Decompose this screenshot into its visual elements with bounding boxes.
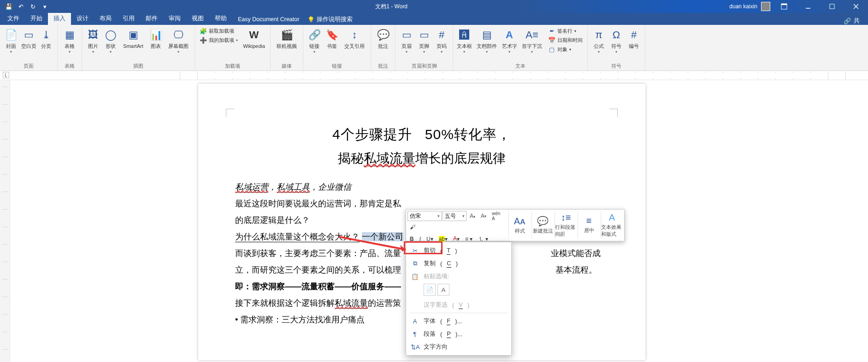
table-button[interactable]: ▦表格 <box>60 26 79 54</box>
ctx-cut[interactable]: ✂ 剪切 (T) <box>406 244 511 257</box>
blank-page-button[interactable]: ▭空白页 <box>20 26 37 49</box>
save-button[interactable]: 💾 <box>4 1 14 12</box>
smartart-button[interactable]: ▣SmartArt <box>120 26 147 49</box>
redo-button[interactable]: ↻ <box>28 1 38 12</box>
heading-1[interactable]: 4个步骤提升 50%转化率， <box>235 125 608 144</box>
group-symbols-label: 符号 <box>590 63 642 70</box>
ribbon-display-options[interactable] <box>774 0 794 13</box>
object-button[interactable]: ▢对象 ▾ <box>546 45 585 53</box>
shapes-button[interactable]: ◯形状 <box>102 26 119 54</box>
tab-mailings[interactable]: 邮件 <box>140 13 163 25</box>
tab-layout[interactable]: 布局 <box>94 13 117 25</box>
tab-home[interactable]: 开始 <box>25 13 48 25</box>
group-hf-label: 页眉和页脚 <box>398 63 450 70</box>
tell-me[interactable]: 💡 操作说明搜索 <box>305 14 355 25</box>
group-header-footer: ▭页眉 ▭页脚 #页码 页眉和页脚 <box>396 25 453 70</box>
close-button[interactable] <box>846 0 866 13</box>
get-addins-button[interactable]: 🧩获取加载项 <box>198 27 240 35</box>
grow-font-button[interactable]: A▴ <box>467 211 478 221</box>
ctx-font[interactable]: A 字体 (F)... <box>406 315 511 327</box>
paintbrush-icon: 🖌 <box>410 224 415 230</box>
size-combo[interactable]: 五号 <box>443 211 466 221</box>
equation-button[interactable]: π公式 <box>590 26 607 54</box>
ribbon: 📄封面 ▭空白页 ⤓分页 页面 ▦表格 表格 🖼图片 ◯形状 ▣SmartArt… <box>0 25 868 71</box>
tab-selector[interactable]: L <box>3 72 9 78</box>
vertical-ruler[interactable] <box>0 80 10 362</box>
signature-button[interactable]: ✒签名行 ▾ <box>546 27 585 35</box>
textbox-button[interactable]: 🅰文本框 <box>456 26 472 54</box>
horizontal-ruler[interactable]: L <box>0 71 868 80</box>
number-button[interactable]: #编号 <box>626 26 642 49</box>
window-title: 文档1 - Word <box>53 3 729 11</box>
user-name[interactable]: duan kaixin <box>729 3 757 10</box>
comment-button[interactable]: 💬批注 <box>374 26 392 49</box>
chart-icon: 📊 <box>148 28 163 42</box>
group-tables: ▦表格 表格 <box>58 25 82 70</box>
group-comments: 💬批注 批注 <box>371 25 396 70</box>
tab-file[interactable]: 文件 <box>2 13 25 25</box>
center-button[interactable]: ≡居中 <box>578 211 600 239</box>
tab-help[interactable]: 帮助 <box>209 13 232 25</box>
new-comment-button[interactable]: 💬新建批注 <box>531 211 554 239</box>
ribbon-tab-strip: 文件 开始 插入 设计 布局 引用 邮件 审阅 视图 帮助 Easy Docum… <box>0 13 868 25</box>
paste-text-only[interactable]: A <box>437 284 449 296</box>
dropcap-button[interactable]: A≡首字下沉 <box>519 26 545 54</box>
maximize-button[interactable] <box>822 0 842 13</box>
tags-line[interactable]: 私域运营，私域工具，企业微信 <box>235 179 608 195</box>
page-break-button[interactable]: ⤓分页 <box>38 26 54 49</box>
avatar[interactable] <box>761 2 770 11</box>
header-button[interactable]: ▭页眉 <box>398 26 415 54</box>
share-label[interactable]: 共 <box>854 17 860 25</box>
ctx-paragraph[interactable]: ¶ 段落 (P)... <box>406 327 511 340</box>
number-icon: # <box>626 28 641 42</box>
datetime-button[interactable]: 📅日期和时间 <box>546 36 585 44</box>
line-spacing-button[interactable]: ↕≡行和段落间距 <box>555 211 577 239</box>
styles-button[interactable]: Aᴀ样式 <box>508 211 531 239</box>
tab-view[interactable]: 视图 <box>186 13 209 25</box>
screenshot-button[interactable]: 🖵屏幕截图 <box>165 26 192 54</box>
tab-references[interactable]: 引用 <box>117 13 140 25</box>
link-button[interactable]: 🔗链接 <box>306 26 323 54</box>
pictures-button[interactable]: 🖼图片 <box>85 26 101 54</box>
wordart-button[interactable]: A艺术字 <box>501 26 518 54</box>
quick-access-toolbar: 💾 ↶ ↻ ▾ <box>0 1 53 12</box>
title-bar: 💾 ↶ ↻ ▾ 文档1 - Word duan kaixin <box>0 0 868 13</box>
text-effects-button[interactable]: A文本效果和版式 <box>601 211 623 239</box>
cover-page-button[interactable]: 📄封面 <box>3 26 19 54</box>
svg-rect-3 <box>830 4 834 9</box>
tab-edc[interactable]: Easy Document Creator <box>232 14 305 25</box>
group-pages-label: 页面 <box>3 63 54 70</box>
phonetic-guide-button[interactable]: wénA <box>490 211 502 221</box>
wikipedia-button[interactable]: WWikipedia <box>241 26 267 49</box>
chart-button[interactable]: 📊图表 <box>148 26 164 49</box>
undo-button[interactable]: ↶ <box>16 1 26 12</box>
mini-toolbar: 仿宋 五号 A▴ A▾ wénA 🖌 B I U ▾ ab ▾ A ▾ ≡ ▾ … <box>406 209 625 241</box>
share-icon[interactable]: 🔗 <box>844 18 851 24</box>
redo-icon: ↻ <box>30 3 35 10</box>
heading-2[interactable]: 揭秘私域流量增长的底层规律 <box>235 150 608 167</box>
calendar-icon: 📅 <box>548 36 555 44</box>
format-painter-button[interactable]: 🖌 <box>407 222 418 232</box>
shrink-font-button[interactable]: A▾ <box>478 211 489 221</box>
tab-review[interactable]: 审阅 <box>163 13 186 25</box>
quickparts-button[interactable]: ▤文档部件 <box>473 26 500 54</box>
paste-keep-source[interactable]: 📄 <box>424 284 436 296</box>
bookmark-button[interactable]: 🔖书签 <box>324 26 340 49</box>
font-combo[interactable]: 仿宋 <box>407 211 442 221</box>
minimize-button[interactable] <box>798 0 818 13</box>
online-video-button[interactable]: 🎬联机视频 <box>273 26 300 49</box>
page-number-button[interactable]: #页码 <box>433 26 450 54</box>
signature-icon: ✒ <box>548 27 555 35</box>
my-addins-button[interactable]: ➕我的加载项 ▾ <box>198 36 240 44</box>
symbol-button[interactable]: Ω符号 <box>608 26 625 54</box>
footer-button[interactable]: ▭页脚 <box>416 26 432 54</box>
comment-icon: 💬 <box>376 28 390 42</box>
tab-design[interactable]: 设计 <box>71 13 94 25</box>
ctx-copy[interactable]: ⧉ 复制 (C) <box>406 257 511 270</box>
ctx-text-direction[interactable]: ⇅A 文字方向 <box>406 340 511 353</box>
cover-page-icon: 📄 <box>4 28 18 42</box>
qat-customize[interactable]: ▾ <box>40 1 50 12</box>
crossref-button[interactable]: ↕交叉引用 <box>341 26 368 49</box>
screenshot-icon: 🖵 <box>171 28 186 42</box>
tab-insert[interactable]: 插入 <box>48 13 71 25</box>
